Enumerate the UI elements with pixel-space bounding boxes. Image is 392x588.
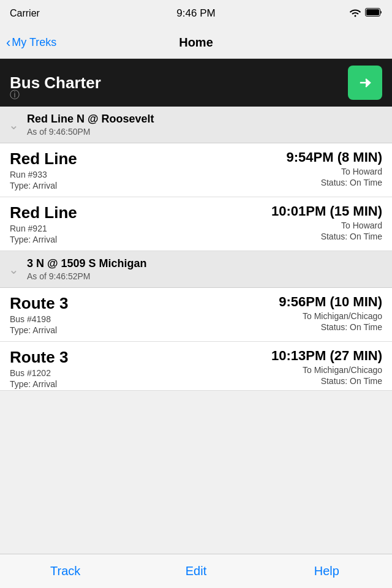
arrival-left: Route 3 Bus #1202 Type: Arrival xyxy=(10,348,68,389)
tab-track[interactable]: Track xyxy=(0,564,130,578)
wifi-icon xyxy=(349,7,361,20)
arrival-type: Type: Arrival xyxy=(10,235,77,244)
arrival-row: Route 3 Bus #1202 Type: Arrival 10:13PM … xyxy=(0,342,392,391)
arrival-time: 10:13PM (27 MIN) xyxy=(271,348,382,364)
stop-name: 3 N @ 1509 S Michigan xyxy=(27,257,382,270)
arrival-status: Status: On Time xyxy=(271,232,382,241)
arrival-right: 9:56PM (10 MIN) To Michigan/Chicago Stat… xyxy=(279,294,382,332)
tab-track-label: Track xyxy=(50,564,80,578)
arrival-run: Bus #1202 xyxy=(10,368,68,378)
arrival-type: Type: Arrival xyxy=(10,379,68,389)
chevron-down-icon: ⌄ xyxy=(9,262,19,277)
arrival-time: 10:01PM (15 MIN) xyxy=(271,203,382,219)
stop-as-of: As of 9:46:52PM xyxy=(27,271,382,281)
header-banner-title: Bus Charter xyxy=(10,74,101,92)
arrival-type: Type: Arrival xyxy=(10,181,77,190)
arrival-route: Red Line xyxy=(10,203,77,222)
nav-bar: ‹ My Treks Home xyxy=(0,27,392,59)
arrival-run: Run #933 xyxy=(10,170,77,179)
arrival-row: Route 3 Bus #4198 Type: Arrival 9:56PM (… xyxy=(0,288,392,342)
arrival-right: 9:54PM (8 MIN) To Howard Status: On Time xyxy=(287,149,382,187)
status-icons xyxy=(349,7,382,20)
nav-title: Home xyxy=(179,36,213,50)
arrival-run: Bus #4198 xyxy=(10,314,68,324)
tab-bar: Track Edit Help xyxy=(0,554,392,588)
carrier-label: Carrier xyxy=(10,8,40,19)
arrival-destination: To Howard xyxy=(271,221,382,230)
next-button[interactable] xyxy=(348,66,382,100)
svg-rect-1 xyxy=(366,9,379,15)
arrival-time: 9:54PM (8 MIN) xyxy=(287,149,382,165)
arrow-right-icon xyxy=(356,74,374,91)
stop-row[interactable]: ⌄ 3 N @ 1509 S Michigan As of 9:46:52PM xyxy=(0,251,392,288)
stop-row[interactable]: ⌄ Red Line N @ Roosevelt As of 9:46:50PM xyxy=(0,107,392,143)
content-area: ⌄ Red Line N @ Roosevelt As of 9:46:50PM… xyxy=(0,107,392,391)
stop-name: Red Line N @ Roosevelt xyxy=(27,113,382,126)
tab-help-label: Help xyxy=(314,564,339,578)
stop-as-of: As of 9:46:50PM xyxy=(27,127,382,137)
arrival-row: Red Line Run #921 Type: Arrival 10:01PM … xyxy=(0,197,392,251)
arrival-right: 10:01PM (15 MIN) To Howard Status: On Ti… xyxy=(271,203,382,241)
arrival-time: 9:56PM (10 MIN) xyxy=(279,294,382,310)
arrival-left: Route 3 Bus #4198 Type: Arrival xyxy=(10,294,68,335)
tab-help[interactable]: Help xyxy=(262,564,392,578)
arrival-status: Status: On Time xyxy=(271,376,382,386)
arrival-destination: To Michigan/Chicago xyxy=(279,311,382,321)
back-label: My Treks xyxy=(12,36,56,49)
arrival-route: Route 3 xyxy=(10,348,68,367)
arrival-run: Run #921 xyxy=(10,224,77,233)
arrival-status: Status: On Time xyxy=(279,322,382,332)
arrival-destination: To Howard xyxy=(287,167,382,176)
arrival-destination: To Michigan/Chicago xyxy=(271,365,382,375)
tab-edit-label: Edit xyxy=(186,564,206,578)
header-banner: Bus Charter ⓘ xyxy=(0,59,392,107)
back-chevron-icon: ‹ xyxy=(6,36,10,50)
arrival-row: Red Line Run #933 Type: Arrival 9:54PM (… xyxy=(0,143,392,197)
arrival-status: Status: On Time xyxy=(287,178,382,187)
status-time: 9:46 PM xyxy=(176,7,215,20)
chevron-down-icon: ⌄ xyxy=(9,118,19,132)
back-button[interactable]: ‹ My Treks xyxy=(6,36,56,50)
status-bar: Carrier 9:46 PM xyxy=(0,0,392,27)
arrival-right: 10:13PM (27 MIN) To Michigan/Chicago Sta… xyxy=(271,348,382,386)
arrival-left: Red Line Run #933 Type: Arrival xyxy=(10,149,77,190)
arrival-type: Type: Arrival xyxy=(10,325,68,335)
arrival-route: Red Line xyxy=(10,149,77,168)
info-icon: ⓘ xyxy=(10,89,20,102)
arrival-route: Route 3 xyxy=(10,294,68,313)
arrival-left: Red Line Run #921 Type: Arrival xyxy=(10,203,77,244)
header-banner-left: Bus Charter xyxy=(10,74,101,92)
battery-icon xyxy=(365,8,382,19)
tab-edit[interactable]: Edit xyxy=(130,564,261,578)
